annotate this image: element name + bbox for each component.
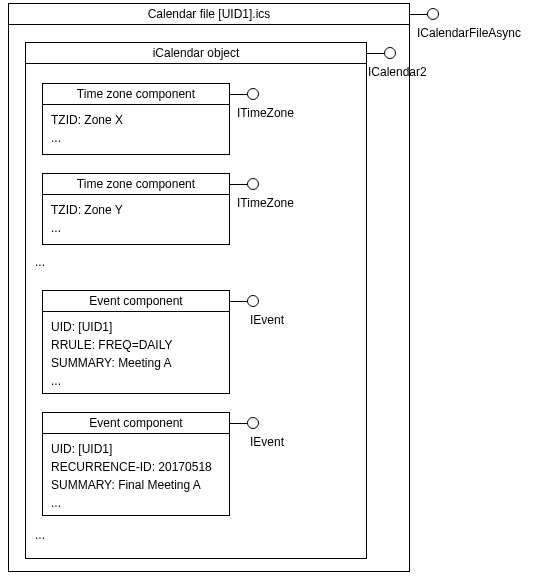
section-ellipsis: ... — [35, 528, 45, 542]
ellipsis-line: ... — [51, 129, 221, 147]
summary-line: SUMMARY: Meeting A — [51, 354, 221, 372]
recurrence-id-line: RECURRENCE-ID: 20170518 — [51, 458, 221, 476]
event-component-1-title: Event component — [43, 291, 229, 312]
section-ellipsis: ... — [35, 255, 45, 269]
ellipsis-line: ... — [51, 494, 221, 512]
interface-circle-icon — [427, 8, 439, 20]
tzid-line: TZID: Zone X — [51, 111, 221, 129]
timezone-component-1-title: Time zone component — [43, 84, 229, 105]
ellipsis-line: ... — [51, 219, 221, 237]
icalendar-object-title: iCalendar object — [26, 43, 366, 64]
tzid-line: TZID: Zone Y — [51, 201, 221, 219]
interface-label-tz1: ITimeZone — [237, 106, 294, 120]
timezone-component-2-body: TZID: Zone Y ... — [43, 195, 229, 243]
lollipop-line-tz1 — [229, 94, 247, 95]
interface-circle-icon — [247, 417, 259, 429]
interface-circle-icon — [247, 88, 259, 100]
event-component-1-box: Event component UID: [UID1] RRULE: FREQ=… — [42, 290, 230, 394]
uid-line: UID: [UID1] — [51, 318, 221, 336]
interface-label-ev2: IEvent — [250, 435, 284, 449]
timezone-component-1-body: TZID: Zone X ... — [43, 105, 229, 153]
rrule-line: RRULE: FREQ=DAILY — [51, 336, 221, 354]
event-component-1-body: UID: [UID1] RRULE: FREQ=DAILY SUMMARY: M… — [43, 312, 229, 396]
interface-label-calendar-file: ICalendarFileAsync — [417, 26, 521, 40]
interface-circle-icon — [247, 178, 259, 190]
event-component-2-title: Event component — [43, 413, 229, 434]
timezone-component-2-box: Time zone component TZID: Zone Y ... — [42, 173, 230, 245]
interface-label-ev1: IEvent — [250, 313, 284, 327]
interface-label-icalendar: ICalendar2 — [368, 65, 427, 79]
event-component-2-body: UID: [UID1] RECURRENCE-ID: 20170518 SUMM… — [43, 434, 229, 518]
interface-label-tz2: ITimeZone — [237, 196, 294, 210]
timezone-component-2-title: Time zone component — [43, 174, 229, 195]
summary-line: SUMMARY: Final Meeting A — [51, 476, 221, 494]
uid-line: UID: [UID1] — [51, 440, 221, 458]
event-component-2-box: Event component UID: [UID1] RECURRENCE-I… — [42, 412, 230, 516]
timezone-component-1-box: Time zone component TZID: Zone X ... — [42, 83, 230, 155]
calendar-file-title: Calendar file [UID1].ics — [9, 4, 409, 25]
interface-circle-icon — [384, 47, 396, 59]
lollipop-line-ev1 — [229, 301, 247, 302]
ellipsis-line: ... — [51, 372, 221, 390]
lollipop-line-ev2 — [229, 423, 247, 424]
lollipop-line-tz2 — [229, 184, 247, 185]
interface-circle-icon — [247, 295, 259, 307]
lollipop-line-calendar-file — [409, 14, 427, 15]
lollipop-line-icalendar — [366, 53, 384, 54]
